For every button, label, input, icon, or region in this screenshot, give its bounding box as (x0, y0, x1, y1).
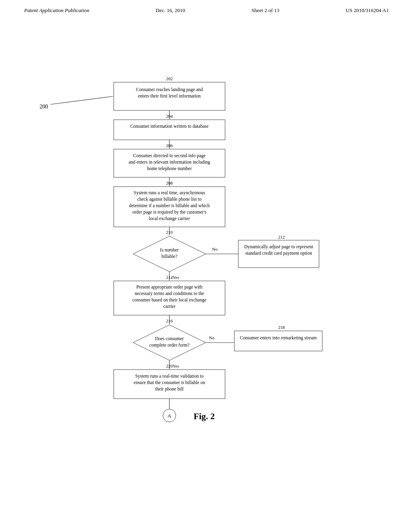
box-208-text-3: determine if a number is billable and wh… (129, 203, 210, 208)
box-206-text-2: and enters in relevant information inclu… (129, 160, 210, 165)
diamond-210-text-2: billable? (161, 254, 177, 259)
no-label-210: No (212, 247, 218, 251)
no-label-216: No (209, 335, 215, 340)
box-220-text-1: System runs a real-time validation to (135, 374, 204, 379)
flowchart-svg: 200 202 Consumer reaches landing page an… (0, 30, 413, 526)
step-208-num: 208 (166, 181, 173, 185)
diamond-216-text-1: Does consumer (155, 336, 184, 341)
box-214-text-4: carrier (163, 304, 175, 309)
circle-A-label: A (167, 413, 171, 419)
step-214-num: 214 (166, 275, 173, 280)
ref-200-label: 200 (40, 104, 48, 110)
step-216-num: 216 (166, 318, 173, 323)
box-208-text-4: order page is required by the customer's (132, 210, 206, 215)
box-202-text-2: enters their first level information (138, 94, 200, 98)
step-204-num: 204 (166, 114, 173, 118)
box-202-text-1: Consumer reaches landing page and (136, 87, 203, 92)
diamond-210-text-1: Is number (160, 247, 179, 252)
header-patent-number: US 2010/316204 A1 (346, 7, 389, 14)
box-214-text-3: consumer based on their local exchange (132, 297, 206, 303)
step-206-num: 206 (166, 143, 173, 148)
diamond-216-text-2: complete order form? (149, 343, 190, 348)
step-202-num: 202 (166, 76, 173, 81)
box-218 (234, 331, 322, 351)
header-publication-type: Patent Application Publication (24, 7, 90, 14)
box-206-text-3: home telephone number (147, 166, 192, 171)
box-204-text: Consumer information written to database (130, 124, 209, 129)
box-212-text-2: standard credit card payment option (245, 251, 312, 256)
page-header: Patent Application Publication Dec. 16, … (0, 0, 413, 18)
step-212-num: 212 (278, 235, 285, 239)
box-214-text-2: necessary terms and conditions to the (135, 291, 204, 296)
box-204 (114, 120, 225, 140)
step-218-num: 218 (278, 325, 285, 330)
header-sheet: Sheet 2 of 13 (252, 7, 280, 14)
yes-label-216: Yes (173, 364, 179, 368)
box-220-text-2: ensure that the consumer is billable on (134, 380, 205, 385)
fig-label: Fig. 2 (194, 411, 215, 421)
box-208-text-2: check against billable phone list to (137, 197, 202, 202)
box-220-text-3: their phone bill (155, 387, 184, 392)
header-date: Dec. 16, 2010 (156, 7, 185, 14)
ref-200-arrow-line (50, 96, 113, 104)
box-218-text-1: Consumer enters into remarketing stream (240, 335, 317, 341)
box-212-text-1: Dynamically adjust page to represent (244, 244, 313, 249)
box-206-text-1: Consumer directed to second info page (133, 153, 206, 158)
step-210-num: 210 (166, 230, 173, 235)
yes-label-210: Yes (173, 275, 179, 280)
box-214-text-1: Present appropriate order page with (136, 285, 202, 290)
box-208-text-1: System runs a real time, asynchronous (134, 190, 205, 195)
main-content: 200 202 Consumer reaches landing page an… (0, 18, 413, 532)
box-208-text-5: local exchange carrier (149, 216, 190, 221)
step-220-num: 220 (166, 364, 173, 368)
